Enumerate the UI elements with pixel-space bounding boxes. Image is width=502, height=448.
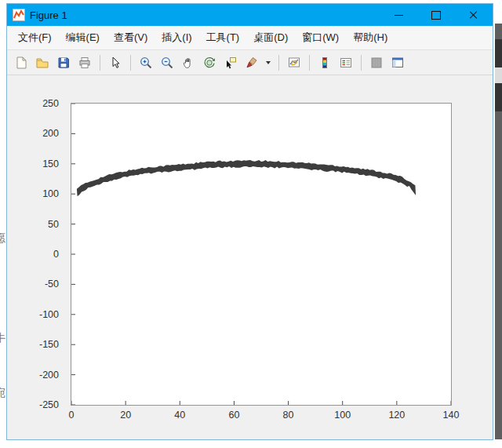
zoom-out-icon [160, 56, 174, 70]
printer-icon [78, 56, 92, 70]
menu-item-help[interactable]: 帮助(H) [346, 26, 395, 49]
y-tick-label: -250 [39, 399, 59, 410]
minimize-icon [395, 15, 403, 16]
y-tick-label: 50 [48, 219, 59, 230]
y-tick-label: 200 [42, 128, 59, 139]
figure-window: Figure 1 文件(F)编辑(E)查看(V)插入(I)工具(T)桌面(D)窗… [6, 3, 493, 440]
toolbar-separator [130, 55, 131, 71]
window-controls [380, 4, 493, 26]
brush-icon [245, 56, 259, 70]
dock-figure-button[interactable] [388, 53, 407, 72]
y-tick-label: 0 [53, 249, 59, 260]
background-window-block [495, 39, 502, 67]
pan-button[interactable] [179, 53, 198, 72]
x-tick-label: 0 [69, 410, 75, 421]
new-figure-button[interactable] [12, 53, 31, 72]
close-button[interactable] [455, 4, 493, 26]
x-tick-label: 20 [120, 410, 131, 421]
y-tick-label: -50 [45, 279, 59, 290]
colorbar-icon [318, 56, 332, 70]
link-plot-icon [287, 56, 301, 70]
background-window-block [495, 67, 502, 83]
background-window-block [495, 83, 502, 111]
rotate-3d-icon [202, 56, 216, 70]
y-axis-labels: 250200150100500-50-100-150-200-250 [7, 104, 64, 405]
menu-item-view[interactable]: 查看(V) [107, 26, 155, 49]
hide-plot-tools-icon [369, 56, 384, 70]
axes[interactable] [71, 103, 452, 406]
maximize-icon [431, 11, 441, 20]
menu-item-desktop[interactable]: 桌面(D) [246, 26, 295, 49]
zoom-in-button[interactable] [136, 53, 155, 72]
menu-item-insert[interactable]: 插入(I) [155, 26, 198, 49]
new-figure-icon [14, 56, 28, 70]
y-tick-label: 150 [42, 158, 59, 169]
figure-canvas: 250200150100500-50-100-150-200-250 02040… [7, 75, 493, 440]
toolbar-separator [100, 55, 100, 71]
dock-figure-icon [391, 56, 405, 70]
matlab-figure-icon [13, 9, 25, 21]
link-plot-button[interactable] [285, 53, 304, 72]
cursor-arrow-icon [108, 56, 122, 70]
close-icon [469, 10, 478, 20]
menu-item-file[interactable]: 文件(F) [11, 26, 59, 49]
rotate-3d-button[interactable] [200, 53, 219, 72]
hand-icon [181, 56, 195, 70]
background-window-edge [495, 24, 502, 439]
save-figure-button[interactable] [54, 53, 73, 72]
brush-dropdown-button[interactable] [264, 53, 273, 72]
menu-item-tools[interactable]: 工具(T) [199, 26, 247, 49]
y-tick-label: -150 [39, 339, 59, 350]
y-tick-label: -200 [39, 370, 59, 381]
zoom-out-button[interactable] [158, 53, 176, 72]
toolbar-separator [361, 55, 362, 71]
toolbar-separator [309, 55, 310, 71]
open-file-button[interactable] [33, 53, 52, 72]
menu-item-edit[interactable]: 编辑(E) [59, 26, 107, 49]
axis-tick-marks [71, 104, 451, 405]
y-tick-label: 250 [42, 98, 59, 109]
titlebar[interactable]: Figure 1 [7, 4, 493, 26]
x-tick-label: 120 [388, 410, 405, 421]
toolbar [7, 50, 493, 75]
data-cursor-button[interactable] [221, 53, 240, 72]
insert-legend-button[interactable] [336, 53, 355, 72]
minimize-button[interactable] [380, 4, 417, 26]
x-tick-label: 140 [443, 410, 460, 421]
window-title: Figure 1 [30, 9, 67, 21]
data-cursor-icon [224, 56, 238, 70]
hide-plot-tools-button[interactable] [367, 53, 386, 72]
edit-plot-button[interactable] [106, 53, 125, 72]
x-tick-label: 80 [283, 410, 294, 421]
save-floppy-icon [56, 56, 71, 70]
y-tick-label: 100 [42, 188, 59, 199]
chevron-down-icon [266, 61, 271, 64]
insert-colorbar-button[interactable] [315, 53, 334, 72]
x-tick-label: 40 [174, 410, 185, 421]
y-tick-label: -100 [39, 309, 59, 320]
toolbar-separator [278, 55, 279, 71]
x-tick-label: 60 [228, 410, 239, 421]
open-folder-icon [35, 56, 49, 70]
print-figure-button[interactable] [75, 53, 94, 72]
data-series-band [77, 160, 416, 196]
plot-svg [71, 104, 451, 405]
x-axis-labels: 020406080100120140 [71, 410, 451, 422]
menu-item-window[interactable]: 窗口(W) [295, 26, 346, 49]
x-tick-label: 100 [334, 410, 351, 421]
brush-button[interactable] [242, 53, 261, 72]
maximize-button[interactable] [417, 4, 455, 26]
zoom-in-icon [139, 56, 153, 70]
menubar: 文件(F)编辑(E)查看(V)插入(I)工具(T)桌面(D)窗口(W)帮助(H) [7, 26, 493, 50]
legend-icon [339, 56, 353, 70]
